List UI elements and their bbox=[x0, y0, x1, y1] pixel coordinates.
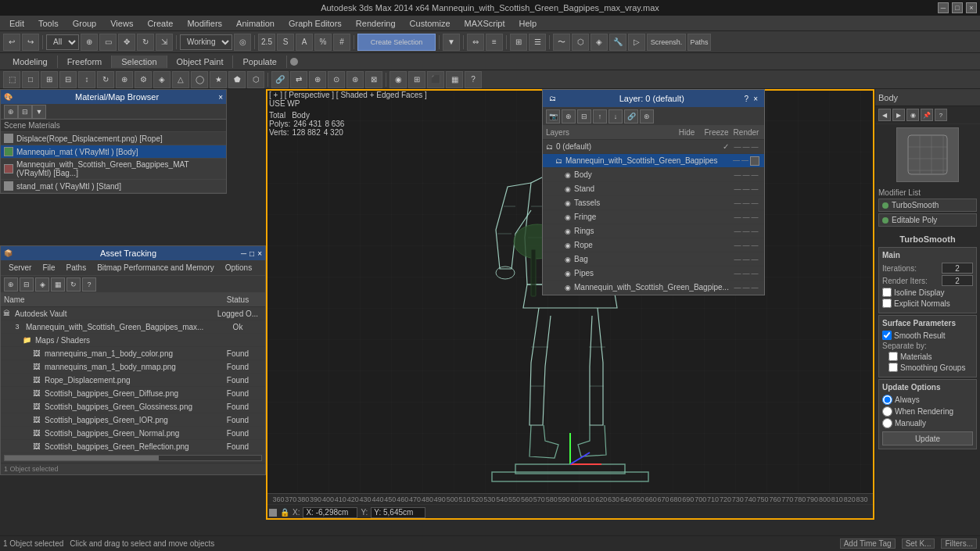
lp-tb4[interactable]: ↑ bbox=[593, 109, 607, 123]
render-setup-btn[interactable]: 🔧 bbox=[609, 34, 626, 51]
ts-always-radio[interactable] bbox=[882, 395, 892, 405]
lp-row-10[interactable]: ◉ Mannequin_with_Scottish_Green_Bagpipe.… bbox=[543, 281, 764, 295]
screenshot-btn[interactable]: Screensh. bbox=[647, 34, 686, 51]
menu-animation[interactable]: Animation bbox=[230, 17, 281, 30]
mode-dot[interactable] bbox=[290, 58, 298, 66]
ts-isoline-check[interactable] bbox=[882, 288, 892, 297]
lp-tb1[interactable]: 📷 bbox=[546, 109, 560, 123]
tb3-btn12[interactable]: ★ bbox=[210, 71, 227, 88]
tab-selection[interactable]: Selection bbox=[112, 55, 167, 68]
ts-explicit-check[interactable] bbox=[882, 299, 892, 308]
curve-editor-btn[interactable]: 〜 bbox=[553, 34, 570, 51]
menu-edit[interactable]: Edit bbox=[3, 17, 31, 30]
tab-object-paint[interactable]: Object Paint bbox=[167, 55, 234, 68]
ts-explicit-label[interactable]: Explicit Normals bbox=[882, 299, 950, 308]
coord-sys-dropdown[interactable]: Working bbox=[180, 34, 232, 50]
lp-row-3[interactable]: ◉ Stand — — — bbox=[543, 182, 764, 196]
at-row-7[interactable]: 🖼 Scottish_bagpipes_Green_Glossiness.png… bbox=[1, 400, 265, 413]
rp-tb2[interactable]: ▶ bbox=[892, 109, 905, 121]
lp-tb6[interactable]: 🔗 bbox=[624, 109, 638, 123]
at-row-5[interactable]: 🖼 Rope_Displacement.png Found bbox=[1, 374, 265, 387]
percent-snap-btn[interactable]: % bbox=[314, 34, 332, 51]
coords-x-input[interactable] bbox=[303, 507, 357, 518]
at-menu-file[interactable]: File bbox=[38, 262, 59, 274]
lp-row-8[interactable]: ◉ Bag — — — bbox=[543, 252, 764, 267]
filters-btn[interactable]: Filters... bbox=[941, 538, 977, 549]
at-minimize[interactable]: ─ bbox=[241, 249, 246, 258]
redo-btn[interactable]: ↪ bbox=[22, 34, 39, 51]
tab-freeform[interactable]: Freeform bbox=[58, 55, 113, 68]
modifier-turbosmooth[interactable]: TurboSmooth bbox=[878, 199, 977, 212]
at-tb2[interactable]: ⊟ bbox=[20, 277, 34, 292]
tb3-btn22[interactable]: ⊞ bbox=[408, 71, 425, 88]
at-row-0[interactable]: 🏛 Autodesk Vault Logged O... bbox=[1, 307, 265, 320]
mb-tb-btn2[interactable]: ⊟ bbox=[18, 105, 32, 119]
spinner-snap-btn[interactable]: # bbox=[333, 34, 350, 51]
ts-smoothing-check[interactable] bbox=[888, 363, 898, 372]
mb-tb-btn1[interactable]: ⊕ bbox=[4, 105, 18, 119]
layer-btn[interactable]: ⊞ bbox=[510, 34, 527, 51]
at-tb5[interactable]: ↻ bbox=[66, 277, 81, 292]
lp-tb3[interactable]: ⊟ bbox=[577, 109, 591, 123]
tab-modeling[interactable]: Modeling bbox=[3, 55, 58, 68]
at-menu-paths[interactable]: Paths bbox=[62, 262, 92, 274]
rp-tb3[interactable]: ◉ bbox=[906, 109, 919, 121]
at-row-9[interactable]: 🖼 Scottish_bagpipes_Green_Normal.png Fou… bbox=[1, 427, 265, 440]
ts-materials-label[interactable]: Materials bbox=[882, 352, 932, 361]
ts-manually-label[interactable]: Manually bbox=[882, 418, 926, 428]
tb3-btn7[interactable]: ⊕ bbox=[116, 71, 133, 88]
tb3-btn20[interactable]: ⊠ bbox=[365, 71, 382, 88]
lp-row-1[interactable]: 🗂 Mannequin_with_Scottish_Green_Bagpipes… bbox=[543, 154, 764, 168]
selection-filter-dropdown[interactable]: All bbox=[46, 34, 79, 50]
at-tb3[interactable]: ◈ bbox=[35, 277, 49, 292]
at-maximize[interactable]: □ bbox=[249, 249, 254, 258]
at-row-10[interactable]: 🖼 Scottish_bagpipes_Green_Reflection.png… bbox=[1, 440, 265, 453]
rp-tb4[interactable]: 📌 bbox=[921, 109, 933, 121]
tb3-btn10[interactable]: △ bbox=[172, 71, 189, 88]
lp-row-2[interactable]: ◉ Body — — — bbox=[543, 168, 764, 182]
select-region-btn[interactable]: ▭ bbox=[99, 34, 117, 51]
at-close[interactable]: × bbox=[257, 249, 262, 258]
rotate-btn[interactable]: ↻ bbox=[137, 34, 154, 51]
menu-help[interactable]: Help bbox=[513, 17, 544, 30]
lp-row-6[interactable]: ◉ Rings — — — bbox=[543, 224, 764, 238]
ts-always-label[interactable]: Always bbox=[882, 395, 920, 405]
tb3-btn11[interactable]: ◯ bbox=[191, 71, 208, 88]
modifier-editable-poly[interactable]: Editable Poly bbox=[878, 213, 977, 227]
lp-help[interactable]: ? bbox=[745, 95, 749, 103]
at-row-8[interactable]: 🖼 Scottish_bagpipes_Green_IOR.png Found bbox=[1, 413, 265, 427]
lp-row-9[interactable]: ◉ Pipes — — — bbox=[543, 267, 764, 281]
ts-whenrendering-label[interactable]: When Rendering bbox=[882, 406, 953, 417]
at-row-3[interactable]: 🖼 mannequins_man_1_body_color.png Found bbox=[1, 347, 265, 360]
tb3-btn6[interactable]: ↻ bbox=[97, 71, 114, 88]
material-browser-close[interactable]: × bbox=[218, 93, 223, 102]
rp-tb5[interactable]: ? bbox=[935, 109, 947, 121]
maximize-btn[interactable]: □ bbox=[952, 2, 963, 13]
at-tb1[interactable]: ⊕ bbox=[4, 277, 18, 292]
tb3-btn14[interactable]: ⬡ bbox=[247, 71, 264, 88]
at-row-1[interactable]: 3️ Mannequin_with_Scottish_Green_Bagpipe… bbox=[1, 320, 265, 334]
angle-snap-btn[interactable]: A bbox=[296, 34, 313, 51]
ts-update-btn[interactable]: Update bbox=[882, 431, 973, 445]
tb3-btn19[interactable]: ⊛ bbox=[346, 71, 364, 88]
lp-close[interactable]: × bbox=[753, 95, 758, 103]
coords-y-input[interactable] bbox=[371, 507, 425, 518]
menu-views[interactable]: Views bbox=[104, 17, 139, 30]
add-time-tag-btn[interactable]: Add Time Tag bbox=[840, 538, 896, 549]
menu-maxscript[interactable]: MAXScript bbox=[458, 17, 512, 30]
at-scrollbar[interactable] bbox=[4, 455, 262, 461]
viewport[interactable]: [ + ] [ Perspective ] [ Shaded + Edged F… bbox=[266, 89, 874, 520]
material-editor-btn[interactable]: ◈ bbox=[591, 34, 608, 51]
at-row-2[interactable]: 📁 Maps / Shaders bbox=[1, 334, 265, 347]
lp-tb7[interactable]: ⊛ bbox=[640, 109, 654, 123]
named-sel-dropdown[interactable]: ▼ bbox=[443, 34, 460, 51]
menu-group[interactable]: Group bbox=[66, 17, 103, 30]
ts-renderiters-input[interactable] bbox=[942, 275, 973, 286]
tb3-btn2[interactable]: □ bbox=[22, 71, 39, 88]
lp-tb2[interactable]: ⊕ bbox=[562, 109, 576, 123]
tb3-btn25[interactable]: ? bbox=[465, 71, 482, 88]
ts-smooth-label[interactable]: Smooth Result bbox=[882, 331, 946, 340]
ts-iterations-input[interactable] bbox=[942, 263, 973, 274]
tb3-btn17[interactable]: ⊕ bbox=[309, 71, 326, 88]
tb3-btn1[interactable]: ⬚ bbox=[3, 71, 20, 88]
